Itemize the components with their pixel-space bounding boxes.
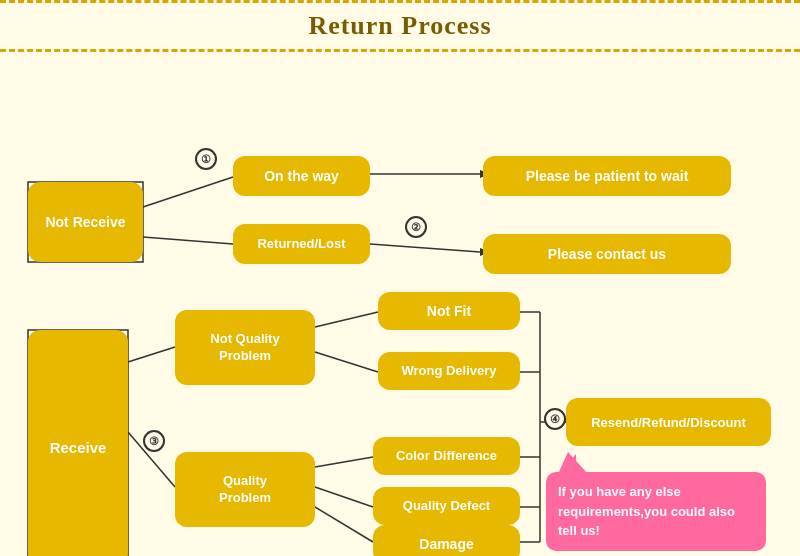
circle-4: ④: [544, 408, 566, 430]
svg-marker-23: [558, 452, 588, 474]
color-difference-node: Color Difference: [373, 437, 520, 475]
resend-node: Resend/Refund/Discount: [566, 398, 771, 446]
returned-lost-node: Returned/Lost: [233, 224, 370, 264]
speech-bubble: If you have any else requirements,you co…: [546, 472, 766, 551]
header-bar: Return Process: [0, 0, 800, 52]
quality-defect-node: Quality Defect: [373, 487, 520, 525]
svg-line-12: [315, 457, 373, 467]
quality-problem-node: Quality Problem: [175, 452, 315, 527]
circle-1: ①: [195, 148, 217, 170]
circle-2: ②: [405, 216, 427, 238]
svg-line-11: [315, 352, 378, 372]
wrong-delivery-node: Wrong Delivery: [378, 352, 520, 390]
not-fit-node: Not Fit: [378, 292, 520, 330]
not-quality-problem-node: Not Quality Problem: [175, 310, 315, 385]
page-title: Return Process: [308, 11, 491, 40]
svg-line-5: [370, 244, 480, 252]
svg-line-2: [143, 237, 233, 244]
svg-line-8: [128, 347, 175, 362]
contact-us-node: Please contact us: [483, 234, 731, 274]
damage-node: Damage: [373, 525, 520, 556]
svg-line-10: [315, 312, 378, 327]
circle-3: ③: [143, 430, 165, 452]
svg-line-13: [315, 487, 373, 507]
not-receive-node: Not Receive: [28, 182, 143, 262]
svg-line-1: [143, 177, 233, 207]
receive-node: Receive: [28, 330, 128, 556]
on-the-way-node: On the way: [233, 156, 370, 196]
patient-wait-node: Please be patient to wait: [483, 156, 731, 196]
diagram: Not Receive ① On the way Returned/Lost ②…: [0, 52, 800, 556]
svg-line-14: [315, 507, 373, 542]
bubble-pointer: [558, 452, 588, 474]
